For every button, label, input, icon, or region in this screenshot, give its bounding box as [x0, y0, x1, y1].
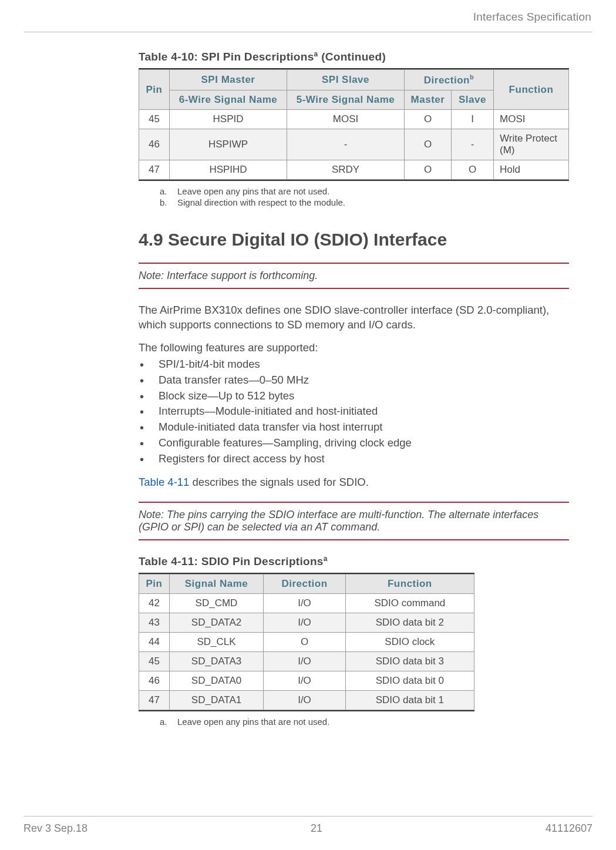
th-spi-slave: SPI Slave [287, 70, 405, 90]
paragraph: The AirPrime BX310x defines one SDIO sla… [139, 303, 569, 332]
cell-pin: 44 [139, 632, 170, 651]
table-4-11-caption: Table 4-11: SDIO Pin Descriptionsa [139, 555, 569, 568]
cell-signal: SD_DATA0 [170, 671, 264, 690]
footnote: b.Signal direction with respect to the m… [160, 197, 569, 209]
cell-five: - [287, 129, 405, 160]
caption-suffix: (Continued) [318, 51, 386, 63]
note-block-2: Note: The pins carrying the SDIO interfa… [139, 502, 569, 540]
cell-slave: O [452, 160, 494, 179]
th-5wire: 5-Wire Signal Name [287, 90, 405, 109]
list-item: Block size—Up to 512 bytes [139, 388, 569, 404]
footnote-label: a. [160, 186, 170, 197]
th-signal: Signal Name [170, 574, 264, 593]
footer-page-number: 21 [311, 822, 322, 835]
cell-func: SDIO command [346, 593, 474, 613]
table-row: 47 HSPIHD SRDY O O Hold [139, 160, 569, 179]
th-6wire: 6-Wire Signal Name [170, 90, 287, 109]
cell-dir: I/O [264, 651, 346, 671]
note-label: Note: [139, 270, 164, 281]
table-4-11-wrapper: Pin Signal Name Direction Function 42SD_… [139, 573, 474, 711]
cell-dir: I/O [264, 671, 346, 690]
footnote-label: b. [160, 197, 170, 209]
cell-pin: 46 [139, 129, 170, 160]
th-master: Master [405, 90, 452, 109]
footnote-label: a. [160, 716, 170, 728]
cell-func: Hold [494, 160, 569, 179]
cell-pin: 43 [139, 613, 170, 632]
th-direction-text: Direction [424, 75, 470, 86]
page-footer: Rev 3 Sep.18 21 41112607 [23, 816, 593, 835]
table-row: 44SD_CLKOSDIO clock [139, 632, 474, 651]
list-item: Configurable features—Sampling, driving … [139, 435, 569, 451]
footer-left: Rev 3 Sep.18 [23, 822, 87, 835]
table-4-10: Pin SPI Master SPI Slave Directionb Func… [139, 69, 569, 180]
th-function: Function [494, 70, 569, 110]
cell-func: SDIO data bit 0 [346, 671, 474, 690]
running-header: Interfaces Specification [23, 11, 593, 23]
footnote-text: Leave open any pins that are not used. [177, 716, 329, 728]
cell-func: Write Protect (M) [494, 129, 569, 160]
footnote-text: Leave open any pins that are not used. [177, 186, 329, 197]
table-4-11-footnotes: a.Leave open any pins that are not used. [160, 716, 569, 728]
paragraph: The following features are supported: [139, 341, 569, 355]
cell-dir: I/O [264, 690, 346, 710]
table-4-10-footnotes: a.Leave open any pins that are not used.… [160, 186, 569, 209]
cell-six: HSPIWP [170, 129, 287, 160]
th-pin: Pin [139, 70, 170, 110]
section-heading-4-9: 4.9 Secure Digital IO (SDIO) Interface [139, 230, 569, 250]
note-block-1: Note: Interface support is forthcoming. [139, 263, 569, 289]
cell-master: O [405, 160, 452, 179]
cell-five: SRDY [287, 160, 405, 179]
table-row: 46 HSPIWP - O - Write Protect (M) [139, 129, 569, 160]
main-content: Table 4-10: SPI Pin Descriptionsa (Conti… [139, 50, 569, 727]
table-row: 45SD_DATA3I/OSDIO data bit 3 [139, 651, 474, 671]
cell-dir: I/O [264, 593, 346, 613]
cell-pin: 47 [139, 690, 170, 710]
table-row: 47SD_DATA1I/OSDIO data bit 1 [139, 690, 474, 710]
header-divider [23, 32, 593, 32]
xref-rest: describes the signals used for SDIO. [189, 476, 368, 488]
cell-pin: 45 [139, 651, 170, 671]
th-function: Function [346, 574, 474, 593]
cell-signal: SD_DATA3 [170, 651, 264, 671]
list-item: SPI/1-bit/4-bit modes [139, 357, 569, 372]
cell-signal: SD_DATA2 [170, 613, 264, 632]
th-pin: Pin [139, 574, 170, 593]
xref-paragraph: Table 4-11 describes the signals used fo… [139, 475, 569, 490]
table-row: 43SD_DATA2I/OSDIO data bit 2 [139, 613, 474, 632]
note-text: Interface support is forthcoming. [167, 270, 318, 281]
cell-func: MOSI [494, 109, 569, 129]
cell-master: O [405, 109, 452, 129]
list-item: Registers for direct access by host [139, 451, 569, 467]
cell-func: SDIO data bit 2 [346, 613, 474, 632]
cell-dir: O [264, 632, 346, 651]
th-direction-sup: b [470, 73, 474, 80]
note-label: Note: [139, 509, 164, 520]
list-item: Module-initiated data transfer via host … [139, 419, 569, 435]
caption-prefix: Table 4-11: SDIO Pin Descriptions [139, 555, 324, 567]
cell-func: SDIO clock [346, 632, 474, 651]
cell-pin: 42 [139, 593, 170, 613]
caption-prefix: Table 4-10: SPI Pin Descriptions [139, 51, 314, 63]
xref-link-table-4-11[interactable]: Table 4-11 [139, 476, 189, 488]
feature-list: SPI/1-bit/4-bit modes Data transfer rate… [139, 357, 569, 467]
cell-func: SDIO data bit 3 [346, 651, 474, 671]
cell-dir: I/O [264, 613, 346, 632]
cell-pin: 46 [139, 671, 170, 690]
footnote: a.Leave open any pins that are not used. [160, 716, 569, 728]
cell-pin: 47 [139, 160, 170, 179]
cell-signal: SD_CLK [170, 632, 264, 651]
cell-six: HSPIHD [170, 160, 287, 179]
th-direction: Directionb [405, 70, 494, 90]
cell-func: SDIO data bit 1 [346, 690, 474, 710]
th-direction: Direction [264, 574, 346, 593]
th-spi-master: SPI Master [170, 70, 287, 90]
note-text: The pins carrying the SDIO interface are… [139, 509, 538, 533]
cell-slave: I [452, 109, 494, 129]
table-4-10-caption: Table 4-10: SPI Pin Descriptionsa (Conti… [139, 50, 569, 63]
cell-six: HSPID [170, 109, 287, 129]
table-row: 46SD_DATA0I/OSDIO data bit 0 [139, 671, 474, 690]
caption-sup: a [324, 555, 328, 563]
footnote-text: Signal direction with respect to the mod… [177, 197, 345, 209]
table-4-10-wrapper: Pin SPI Master SPI Slave Directionb Func… [139, 68, 569, 181]
